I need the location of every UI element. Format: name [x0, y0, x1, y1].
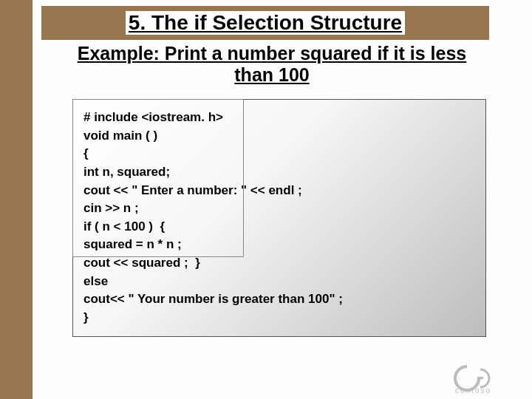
contoso-logo: contoso — [454, 362, 525, 395]
slide-title: 5. The if Selection Structure — [126, 11, 405, 35]
svg-rect-0 — [477, 377, 483, 379]
logo-text: contoso — [455, 386, 491, 395]
title-banner: 5. The if Selection Structure — [41, 6, 489, 40]
left-accent-bar — [0, 0, 33, 399]
code-highlight-box — [72, 99, 244, 257]
code-line: else — [83, 273, 475, 291]
slide-subtitle: Example: Print a number squared if it is… — [65, 43, 479, 86]
code-line: cout<< " Your number is greater than 100… — [83, 290, 475, 309]
code-line: } — [83, 309, 475, 327]
